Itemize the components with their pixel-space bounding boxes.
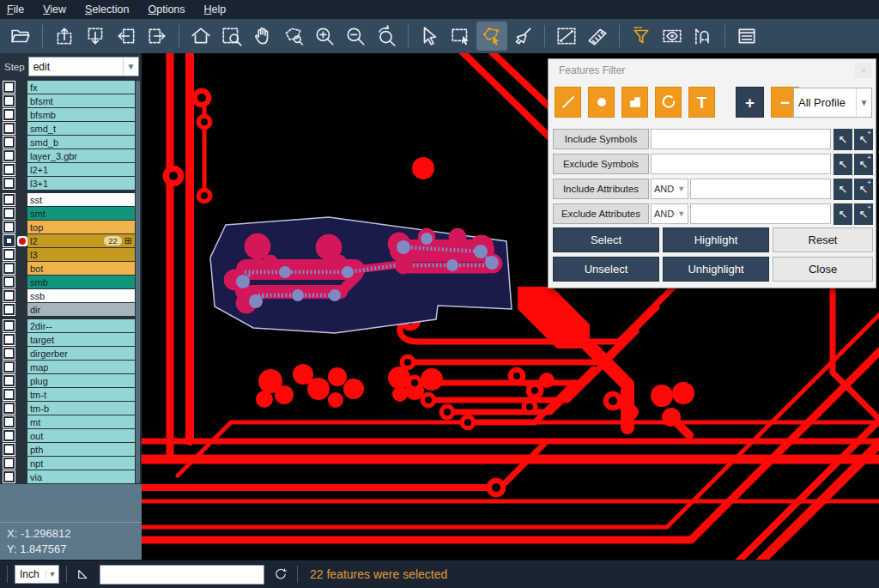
layer-name-bar[interactable]: pth [27,443,135,456]
include-attributes-op-select[interactable]: AND ▼ [651,179,688,199]
open-folder-icon[interactable] [5,21,36,51]
layer-list-panel-icon[interactable] [731,21,762,51]
select-arrow-icon[interactable] [415,21,446,51]
layer-name-bar[interactable]: ssb [27,289,135,302]
layer-checkbox[interactable] [3,249,15,260]
refresh-icon[interactable] [271,565,290,584]
layer-row-sst[interactable]: sst [0,193,142,206]
layer-row-target[interactable]: target [0,333,142,346]
layer-checkbox[interactable] [3,458,15,469]
layer-name-bar[interactable]: tm-t [27,388,135,401]
layer-name-bar[interactable]: npt [27,457,135,470]
filter-line-button[interactable] [555,87,581,118]
layer-name-bar[interactable]: smb [27,276,135,288]
layer-checkbox[interactable] [3,136,15,148]
layer-row-smb[interactable]: smb [0,276,142,288]
layer-checkbox[interactable] [3,164,15,175]
unselect-button[interactable]: Unselect [553,257,659,282]
layer-row-smt[interactable]: smt [0,207,142,220]
layer-name-bar[interactable]: fx [27,81,135,94]
zoom-in-icon[interactable] [309,21,340,51]
exit-left-icon[interactable] [111,21,142,51]
layer-checkbox[interactable] [3,123,15,134]
layer-name-bar[interactable]: top [27,221,135,233]
pick-arrow-add-icon[interactable]: ↖+ [854,154,873,175]
pick-arrow-add-icon[interactable]: ↖+ [854,203,873,225]
dialog-close-button[interactable]: × [855,63,872,78]
pick-arrow-icon[interactable]: ↖ [834,179,852,200]
exclude-symbols-button[interactable]: Exclude Symbols [553,154,649,174]
layer-name-bar[interactable]: l222⊞ [27,234,135,247]
layer-name-bar[interactable]: smt [27,207,135,220]
layer-row-mt[interactable]: mt [0,415,142,428]
layer-row-dirgerber[interactable]: dirgerber [0,347,142,360]
filter-add-button[interactable]: + [736,87,764,118]
layer-checkbox[interactable] [3,150,15,161]
menu-item-help[interactable]: Help [204,3,227,15]
layer-row-2dir--[interactable]: 2dir-- [0,319,142,332]
filter-text-button[interactable]: T [688,87,715,118]
select-button[interactable]: Select [553,227,659,252]
pick-arrow-icon[interactable]: ↖ [834,129,852,150]
unit-select[interactable]: Inch ▼ [15,565,59,584]
layer-name-bar[interactable]: mt [27,415,135,428]
home-view-icon[interactable] [185,21,216,51]
layer-row-smd_t[interactable]: smd_t [0,122,142,135]
layer-row-bfsmt[interactable]: bfsmt [0,94,142,107]
layer-row-bfsmb[interactable]: bfsmb [0,108,142,121]
layer-checkbox[interactable] [3,276,15,288]
measure-ruler-icon[interactable] [582,21,613,51]
zoom-out-icon[interactable] [340,21,371,51]
layer-checkbox[interactable] [3,109,15,120]
layer-name-bar[interactable]: l3+1 [27,177,135,190]
layer-name-bar[interactable]: l3 [27,248,135,261]
menu-item-view[interactable]: View [43,3,66,15]
layer-row-l2+1[interactable]: l2+1 [0,163,142,176]
layer-checkbox[interactable] [3,334,15,345]
layer-checkbox[interactable] [3,290,15,301]
layer-row-pth[interactable]: pth [0,443,142,456]
layer-name-bar[interactable]: bfsmt [27,94,135,107]
layer-name-bar[interactable]: smd_t [27,122,135,135]
include-symbols-input[interactable] [651,129,831,149]
layer-row-out[interactable]: out [0,429,142,442]
layer-checkbox[interactable] [3,304,15,315]
layer-row-smd_b[interactable]: smd_b [0,136,142,149]
layer-name-bar[interactable]: bfsmb [27,108,135,121]
layer-name-bar[interactable]: sst [27,193,135,206]
layer-name-bar[interactable]: via [27,470,135,483]
layer-row-dir[interactable]: dir [0,303,142,316]
reset-button[interactable]: Reset [773,227,873,252]
exit-right-icon[interactable] [142,21,173,51]
step-select[interactable]: edit ▼ [28,57,139,76]
layer-row-bot[interactable]: bot [0,262,142,275]
layer-name-bar[interactable]: dir [27,303,135,316]
layer-row-top[interactable]: top [0,221,142,233]
select-rectangle-icon[interactable] [446,21,476,51]
layer-row-npt[interactable]: npt [0,457,142,470]
layer-checkbox[interactable] [3,361,15,373]
layer-checkbox[interactable] [3,471,15,482]
import-top-icon[interactable] [49,21,80,51]
layer-row-ssb[interactable]: ssb [0,289,142,302]
layer-checkbox[interactable] [3,95,15,106]
layer-checkbox[interactable] [3,320,15,331]
filter-surface-button[interactable] [621,87,648,118]
layer-checkbox[interactable] [3,221,15,233]
layer-checkbox[interactable] [3,82,15,93]
angle-measure-icon[interactable] [74,565,93,584]
pick-arrow-icon[interactable]: ↖ [834,203,852,225]
layer-checkbox[interactable] [3,194,15,205]
layer-checkbox[interactable] [3,389,15,400]
unhighlight-button[interactable]: Unhighlight [663,257,769,282]
profile-select[interactable]: All Profile ▼ [793,88,872,118]
layer-row-layer_3.gbr[interactable]: layer_3.gbr [0,149,142,162]
exclude-attributes-op-select[interactable]: AND ▼ [651,203,688,224]
layer-row-l2[interactable]: l222⊞ [0,234,142,247]
layer-name-bar[interactable]: l2+1 [27,163,135,176]
layer-checkbox[interactable] [3,403,15,414]
layer-checkbox[interactable] [3,430,15,441]
layer-name-bar[interactable]: out [27,429,135,442]
layer-checkbox[interactable] [3,208,15,219]
include-attributes-input[interactable] [690,179,831,199]
